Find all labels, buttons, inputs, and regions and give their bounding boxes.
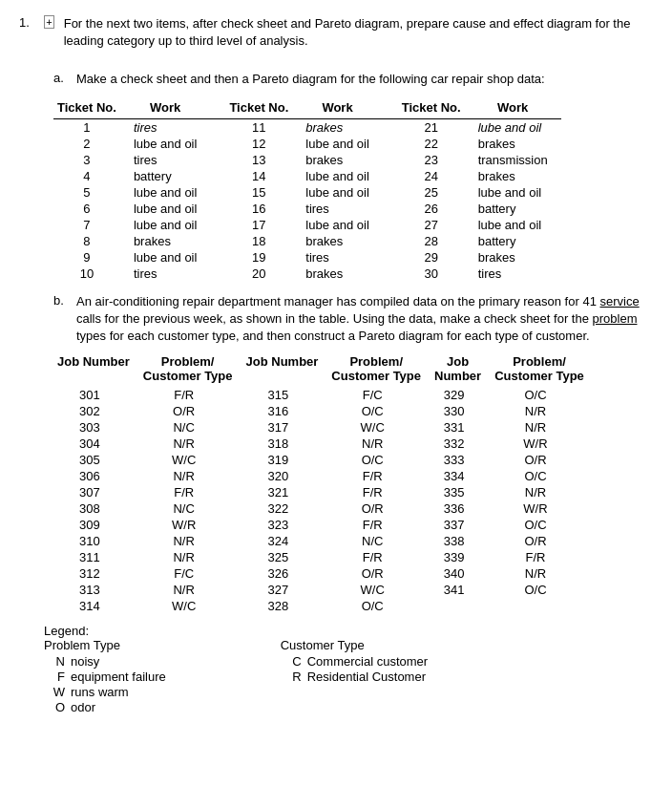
table-cell: 18 bbox=[210, 233, 302, 249]
table-row: 311N/R325F/R339F/R bbox=[53, 549, 594, 565]
table-cell: W/R bbox=[491, 436, 594, 452]
table-row: 310N/R324N/C338O/R bbox=[53, 533, 594, 549]
legend-desc: Residential Customer bbox=[307, 670, 426, 684]
table-cell: 7 bbox=[53, 217, 130, 233]
table-cell: 29 bbox=[383, 249, 474, 266]
table-cell: lube and oil bbox=[474, 118, 561, 136]
table-cell: 14 bbox=[210, 168, 302, 184]
legend-desc: noisy bbox=[71, 654, 99, 669]
table-cell: brakes bbox=[302, 233, 383, 249]
table-cell: 3 bbox=[53, 152, 130, 168]
table-cell: 15 bbox=[210, 184, 302, 201]
table-row: 313N/R327W/C341O/C bbox=[53, 582, 594, 598]
job-table-container: Job Number Problem/Customer Type Job Num… bbox=[53, 352, 653, 614]
table-cell: 305 bbox=[53, 452, 139, 468]
legend-problem-title: Problem Type bbox=[44, 638, 166, 652]
table-cell: brakes bbox=[130, 233, 211, 249]
table-cell: 339 bbox=[430, 549, 491, 565]
table-cell: 313 bbox=[53, 582, 139, 598]
table-cell: lube and oil bbox=[130, 201, 211, 217]
table-cell: N/R bbox=[139, 533, 242, 549]
car-table-container: Ticket No. Work Ticket No. Work Ticket N… bbox=[53, 98, 653, 282]
table-cell: N/R bbox=[139, 549, 242, 565]
table-row: 1tires11brakes21lube and oil bbox=[53, 118, 561, 136]
job-col-header-1: Job Number bbox=[53, 352, 139, 387]
car-table: Ticket No. Work Ticket No. Work Ticket N… bbox=[53, 98, 561, 282]
legend-letter: W bbox=[52, 685, 65, 699]
table-row: 4battery14lube and oil24brakes bbox=[53, 168, 561, 184]
sub-b-text3: types for each customer type, and then c… bbox=[76, 329, 590, 343]
table-cell: tires bbox=[302, 249, 383, 266]
table-cell: lube and oil bbox=[130, 249, 211, 266]
table-cell: 326 bbox=[242, 565, 328, 582]
table-row: 308N/C322O/R336W/R bbox=[53, 500, 594, 517]
table-cell: battery bbox=[130, 168, 211, 184]
table-cell bbox=[491, 598, 594, 614]
sub-text-a: Make a check sheet and then a Pareto dia… bbox=[76, 71, 545, 88]
table-cell: N/R bbox=[139, 468, 242, 484]
table-cell: brakes bbox=[302, 152, 383, 168]
table-cell: tires bbox=[130, 118, 211, 136]
table-cell: 19 bbox=[210, 249, 302, 266]
table-cell: 301 bbox=[53, 387, 139, 403]
table-row: 312F/C326O/R340N/R bbox=[53, 565, 594, 582]
table-cell: W/C bbox=[327, 582, 430, 598]
sub-item-a: a. Make a check sheet and then a Pareto … bbox=[44, 71, 653, 88]
table-cell: brakes bbox=[302, 266, 383, 282]
table-cell: 24 bbox=[383, 168, 474, 184]
table-cell: lube and oil bbox=[130, 217, 211, 233]
table-cell: 319 bbox=[242, 452, 328, 468]
table-row: 302O/R316O/C330N/R bbox=[53, 403, 594, 419]
legend-section: Legend: Problem Type NnoisyFequipment fa… bbox=[44, 624, 653, 715]
table-cell: O/R bbox=[327, 500, 430, 517]
col-header-1: Ticket No. bbox=[53, 98, 130, 119]
table-cell: 330 bbox=[430, 403, 491, 419]
legend-customer-title: Customer Type bbox=[281, 638, 428, 652]
table-cell: N/C bbox=[327, 533, 430, 549]
table-cell: O/C bbox=[327, 403, 430, 419]
legend-item: Nnoisy bbox=[52, 654, 166, 669]
table-cell: 307 bbox=[53, 484, 139, 500]
table-cell: 27 bbox=[383, 217, 474, 233]
table-cell: O/R bbox=[139, 403, 242, 419]
list-content: + For the next two items, after check sh… bbox=[44, 15, 653, 715]
table-cell: battery bbox=[474, 201, 561, 217]
table-row: 10tires20brakes30tires bbox=[53, 266, 561, 282]
table-cell: W/C bbox=[139, 452, 242, 468]
table-cell: 321 bbox=[242, 484, 328, 500]
legend-item: Fequipment failure bbox=[52, 670, 166, 684]
table-cell: 11 bbox=[210, 118, 302, 136]
table-cell: O/R bbox=[491, 452, 594, 468]
table-cell: 6 bbox=[53, 201, 130, 217]
legend-item: Oodor bbox=[52, 700, 166, 714]
table-cell: 318 bbox=[242, 436, 328, 452]
legend-desc: equipment failure bbox=[71, 670, 166, 684]
table-cell: 10 bbox=[53, 266, 130, 282]
table-cell: F/R bbox=[327, 468, 430, 484]
table-cell: N/C bbox=[139, 419, 242, 436]
table-row: 306N/R320F/R334O/C bbox=[53, 468, 594, 484]
legend-letter: O bbox=[52, 700, 65, 714]
table-cell: 314 bbox=[53, 598, 139, 614]
table-cell: 315 bbox=[242, 387, 328, 403]
table-cell: 306 bbox=[53, 468, 139, 484]
table-cell: brakes bbox=[302, 118, 383, 136]
table-cell: 332 bbox=[430, 436, 491, 452]
table-cell: 334 bbox=[430, 468, 491, 484]
table-cell: lube and oil bbox=[474, 184, 561, 201]
table-cell: 324 bbox=[242, 533, 328, 549]
table-cell: 4 bbox=[53, 168, 130, 184]
table-cell: 21 bbox=[383, 118, 474, 136]
table-cell: W/C bbox=[139, 598, 242, 614]
table-cell: 308 bbox=[53, 500, 139, 517]
table-cell: lube and oil bbox=[130, 184, 211, 201]
table-cell: 1 bbox=[53, 118, 130, 136]
job-col-header-2: Problem/Customer Type bbox=[139, 352, 242, 387]
table-cell: 331 bbox=[430, 419, 491, 436]
legend-row: Problem Type NnoisyFequipment failureWru… bbox=[44, 638, 653, 715]
table-cell: N/R bbox=[491, 403, 594, 419]
expand-icon[interactable]: + bbox=[44, 15, 54, 29]
sub-label-a: a. bbox=[53, 71, 69, 88]
table-cell: N/R bbox=[139, 582, 242, 598]
table-cell bbox=[430, 598, 491, 614]
